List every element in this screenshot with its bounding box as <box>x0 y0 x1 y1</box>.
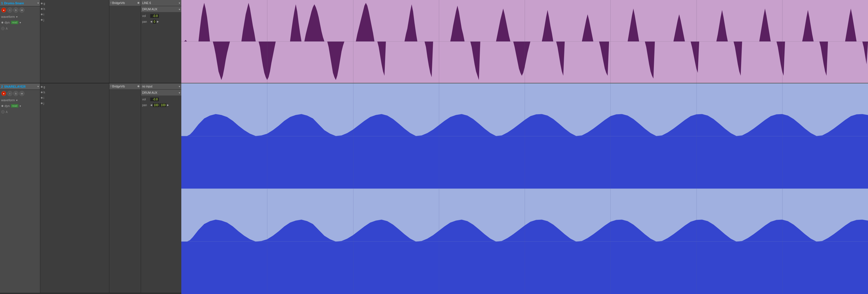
track-2-pan-left-arrow[interactable]: ◀ <box>150 104 152 106</box>
track-1-number: 1 <box>1 1 3 5</box>
track-2-send-i-dot <box>41 97 42 99</box>
track-1-dyn-label: dyn <box>5 21 10 24</box>
track-2-rec-button[interactable]: ● <box>1 91 6 96</box>
track-1-send-i: i <box>41 12 108 17</box>
track-2-mute-button[interactable]: M <box>19 91 25 96</box>
track-2-waveform-dropdown[interactable]: ▾ <box>16 99 18 102</box>
track-1-waveform[interactable] <box>181 0 868 84</box>
track-1-waveform-row: waveform ▾ <box>0 14 40 20</box>
track-2-aux-select[interactable]: DRUM AUX ▾ <box>141 90 181 96</box>
track-1-star-icon: ✱ <box>1 21 3 24</box>
track-2-header: 2 SNARELAYER ▾ ● I S M waveform ▾ ✱ dyn … <box>0 84 40 293</box>
track-2-send-h: h <box>41 90 108 95</box>
track-1-aux-name: DRUM AUX <box>142 8 178 11</box>
track-1-waveform-label: waveform <box>1 15 15 19</box>
track-1-waveform-dropdown[interactable]: ▾ <box>16 15 18 19</box>
track-1-name: Drums-Snare <box>4 1 36 5</box>
track-1-read-button[interactable]: read <box>11 21 19 24</box>
track-1-send-i-label: i <box>43 13 44 16</box>
track-2-input-button[interactable]: I <box>7 91 12 96</box>
track-1-vol-label: vol <box>142 14 149 18</box>
track-2-waveform-upper <box>181 84 868 189</box>
track-1-read-dropdown[interactable]: ▾ <box>20 21 21 24</box>
track-2-insert-f: f <box>111 85 112 88</box>
track-1-a-label: A <box>6 27 8 30</box>
track-2-waveform[interactable] <box>181 84 868 294</box>
track-2-lower-waveform-svg <box>181 189 868 294</box>
track-1-circle-icon <box>1 27 5 30</box>
left-panel: 1 Drums-Snare ▾ ● I S M waveform ▾ ✱ dyn… <box>0 0 181 294</box>
track-1-output-arrow[interactable]: ▾ <box>179 1 180 5</box>
track-1-solo-button[interactable]: S <box>13 7 19 13</box>
track-1-controls: ● I S M <box>0 6 40 14</box>
track-2-output-select[interactable]: no input ▾ <box>141 84 181 89</box>
track-1-send-g: g <box>41 1 108 6</box>
track-2-vol-value[interactable]: -0.8 <box>150 98 159 101</box>
track-1-send-h-label: h <box>43 7 45 11</box>
track-2-aux-arrow[interactable]: ▾ <box>179 91 180 94</box>
track-2-pan-right-value[interactable]: 100 <box>160 103 167 107</box>
track-2-pan-left-value[interactable]: 100 <box>153 103 159 107</box>
track-2-waveform-label: waveform <box>1 98 15 102</box>
track-1-send-j-dot <box>41 19 42 21</box>
track-1-mute-button[interactable]: M <box>19 7 25 13</box>
track-2-arrow[interactable]: ▾ <box>37 85 39 88</box>
track-1-send-i-dot <box>41 13 42 15</box>
track-1-pan-row: pan ◀ 0 ▶ <box>142 19 180 24</box>
track-1-send-j: j <box>41 18 108 22</box>
track-1-send-h-dot <box>41 8 42 10</box>
track-2-waveform-lower <box>181 189 868 294</box>
track-2-insert-header[interactable]: f BridgeVrb <box>110 84 141 89</box>
track-1-insert-name: BridgeVrb <box>112 1 136 5</box>
track-1-aux-arrow[interactable]: ▾ <box>179 8 180 11</box>
track-2-insert-area: f BridgeVrb <box>110 84 141 293</box>
track-1-title-bar: 1 Drums-Snare ▾ <box>0 0 40 6</box>
track-1-insert-f: f <box>111 1 112 5</box>
track-1-pan-label: pan <box>142 20 149 23</box>
track-2-output-area: no input ▾ DRUM AUX ▾ vol -0.8 pan ◀ 100… <box>141 84 181 293</box>
track-1-header: 1 Drums-Snare ▾ ● I S M waveform ▾ ✱ dyn… <box>0 0 40 83</box>
track-1-send-g-label: g <box>43 2 45 5</box>
track-2-read-dropdown[interactable]: ▾ <box>20 104 21 107</box>
track-1-arrow[interactable]: ▾ <box>37 1 39 5</box>
track-1-output-select[interactable]: LINE 6 ▾ <box>141 0 181 6</box>
track-1-rec-button[interactable]: ● <box>1 7 6 13</box>
track-2-name: SNARELAYER <box>4 85 36 88</box>
track-2-send-g: g <box>41 85 108 89</box>
track-1-output-name: LINE 6 <box>142 1 178 5</box>
track-2-vol-label: vol <box>142 98 149 101</box>
track-2-a-label: A <box>6 110 8 113</box>
track-2-dyn-label: dyn <box>5 104 10 107</box>
track-2-insert-name: BridgeVrb <box>112 85 136 88</box>
track-1-pan-right-arrow[interactable]: ▶ <box>157 20 159 23</box>
track-1-pan-value[interactable]: 0 <box>153 20 156 24</box>
track-2-send-g-label: g <box>43 86 45 89</box>
track-2-controls: ● I S M <box>0 90 40 97</box>
track-2-sends-area: g h i j <box>40 84 110 293</box>
track-2-solo-button[interactable]: S <box>13 91 19 96</box>
track-1-waveform-svg <box>181 0 868 83</box>
track-1-vol-value[interactable]: -0.8 <box>150 14 159 18</box>
track-1-pan-left-arrow[interactable]: ◀ <box>150 20 152 23</box>
track-1-vol-pan-area: vol -0.8 pan ◀ 0 ▶ <box>141 12 181 25</box>
track-1-vol-row: vol -0.8 <box>142 13 180 19</box>
track-2-waveform-row: waveform ▾ <box>0 97 40 103</box>
track-2: 2 SNARELAYER ▾ ● I S M waveform ▾ ✱ dyn … <box>0 84 181 293</box>
track-2-aux-name: DRUM AUX <box>142 91 178 94</box>
track-1-insert-header[interactable]: f BridgeVrb <box>110 0 141 6</box>
track-1-aux-select[interactable]: DRUM AUX ▾ <box>141 6 181 12</box>
track-1-send-h: h <box>41 7 108 11</box>
track-2-read-button[interactable]: read <box>11 104 19 107</box>
track-2-send-j: j <box>41 101 108 105</box>
track-2-number: 2 <box>1 85 3 88</box>
track-1-send-j-label: j <box>43 19 44 22</box>
track-2-circle-icon <box>1 110 5 113</box>
track-2-output-arrow[interactable]: ▾ <box>179 85 180 88</box>
track-2-bottom-controls: A <box>0 109 40 293</box>
track-2-send-j-label: j <box>43 102 44 105</box>
track-2-dyn-row: ✱ dyn read ▾ <box>0 103 40 109</box>
track-2-pan-right-arrow[interactable]: ▶ <box>167 104 169 106</box>
track-1-output-area: LINE 6 ▾ DRUM AUX ▾ vol -0.8 pan ◀ 0 ▶ <box>141 0 181 83</box>
track-1-input-button[interactable]: I <box>7 7 12 13</box>
track-2-send-i: i <box>41 96 108 100</box>
